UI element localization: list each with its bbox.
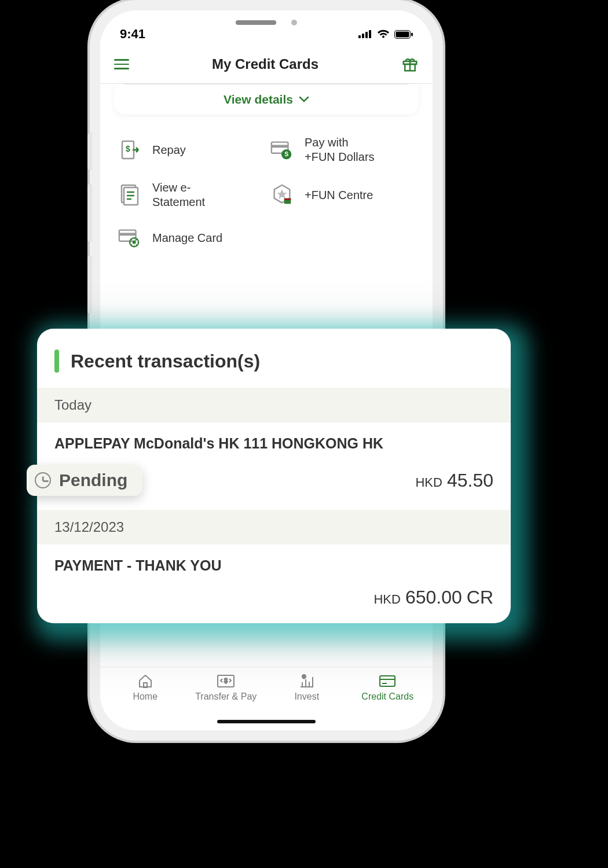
transaction-row[interactable]: APPLEPAY McDonald's HK 111 HONGKONG HK P…: [37, 422, 511, 503]
tab-label: Transfer & Pay: [195, 692, 257, 702]
status-icons: [358, 30, 413, 39]
action-label: Manage Card: [152, 231, 222, 245]
svg-text:$: $: [224, 678, 228, 684]
date-group-label: Today: [37, 388, 511, 422]
action-label: +FUN Centre: [305, 188, 373, 203]
status-label: Pending: [59, 470, 127, 490]
svg-rect-5: [396, 31, 409, 37]
fun-centre-icon: [270, 183, 294, 207]
tab-home[interactable]: Home: [105, 673, 186, 730]
pending-badge: Pending: [27, 465, 142, 496]
home-indicator[interactable]: [217, 720, 316, 723]
tab-label: Credit Cards: [361, 692, 413, 702]
page-title: My Credit Cards: [212, 56, 318, 72]
view-details-link[interactable]: View details: [114, 93, 419, 106]
actions-grid: $ Repay S Pay with+FUN Dollars View e-St…: [100, 125, 433, 250]
tab-label: Home: [133, 692, 158, 702]
chevron-down-icon: [299, 96, 309, 103]
action-manage-card[interactable]: Manage Card: [118, 226, 263, 250]
accent-bar: [54, 350, 59, 373]
svg-point-26: [133, 241, 136, 244]
view-details-label: View details: [224, 93, 293, 106]
svg-rect-23: [119, 230, 136, 241]
tab-credit-cards[interactable]: Credit Cards: [347, 673, 428, 730]
svg-text:S: S: [284, 150, 288, 157]
svg-rect-13: [272, 145, 288, 148]
gift-icon[interactable]: [401, 56, 419, 73]
estatement-icon: [118, 183, 142, 207]
action-label: Repay: [152, 143, 186, 157]
svg-text:$: $: [126, 144, 130, 153]
device-notch: [236, 20, 297, 25]
date-group-label: 13/12/2023: [37, 510, 511, 545]
svg-rect-24: [119, 233, 136, 236]
svg-rect-2: [365, 32, 368, 38]
svg-rect-0: [358, 35, 361, 38]
svg-rect-32: [380, 676, 395, 686]
credit-card-icon: [378, 673, 397, 689]
manage-card-icon: [118, 226, 142, 250]
action-fun-centre[interactable]: +FUN Centre: [270, 181, 415, 209]
transaction-row[interactable]: PAYMENT - THANK YOU HKD 650.00 CR: [37, 545, 511, 615]
transaction-amount: HKD 45.50: [415, 470, 493, 491]
invest-icon: $: [297, 673, 317, 689]
transfer-icon: $: [216, 673, 236, 689]
tab-label: Invest: [294, 692, 319, 702]
transaction-merchant: PAYMENT - THANK YOU: [54, 557, 493, 574]
status-bar: 9:41: [100, 10, 433, 47]
svg-rect-1: [362, 34, 364, 38]
menu-icon[interactable]: [114, 59, 129, 69]
transactions-callout: Recent transaction(s) Today APPLEPAY McD…: [37, 329, 511, 623]
section-title: Recent transaction(s): [71, 351, 260, 372]
wifi-icon: [377, 30, 390, 39]
action-view-estatement[interactable]: View e-Statement: [118, 181, 263, 209]
status-time: 9:41: [120, 27, 145, 42]
device-side-buttons: [87, 133, 92, 328]
action-pay-fun-dollars[interactable]: S Pay with+FUN Dollars: [270, 135, 415, 164]
pay-fun-icon: S: [270, 138, 294, 162]
cellular-icon: [358, 30, 372, 38]
recent-transactions-header: Recent transaction(s): [37, 329, 511, 388]
svg-rect-22: [284, 198, 291, 200]
action-repay[interactable]: $ Repay: [118, 135, 263, 164]
action-label: Pay with+FUN Dollars: [305, 135, 375, 164]
action-label: View e-Statement: [152, 181, 205, 209]
svg-rect-3: [369, 30, 371, 38]
battery-icon: [394, 30, 413, 39]
home-icon: [135, 673, 155, 689]
repay-icon: $: [118, 138, 142, 162]
clock-icon: [35, 472, 51, 488]
card-summary: View details: [114, 84, 419, 115]
app-header: My Credit Cards: [100, 47, 433, 84]
transaction-amount: HKD 650.00 CR: [373, 587, 493, 608]
svg-rect-6: [411, 32, 413, 36]
transaction-merchant: APPLEPAY McDonald's HK 111 HONGKONG HK: [54, 435, 493, 452]
